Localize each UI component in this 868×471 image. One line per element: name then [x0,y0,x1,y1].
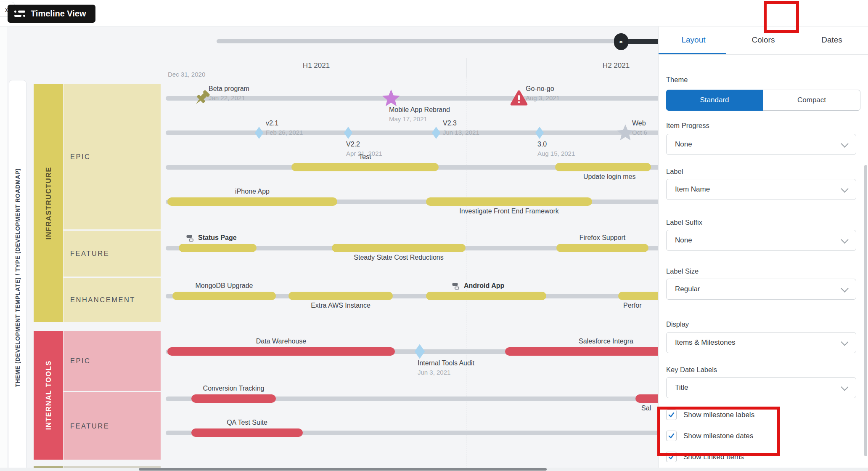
lane-label: EPIC [64,153,91,161]
timeline-bar-label: Data Warehouse [256,338,306,345]
milestone-star-gray-icon[interactable] [616,124,635,141]
grid-tick-start [168,56,168,112]
timeline-zoom-slider-track[interactable] [217,39,658,43]
section-band-label: INFRASTRUCTURE [45,167,53,239]
horizontal-scrollbar-thumb[interactable] [139,468,547,471]
collapsed-sidebar-gutter [0,26,7,471]
bar-label-text: Investigate Front End Framework [459,208,559,215]
label-suffix-select[interactable]: None [666,230,856,251]
timeline-bar-label: Salesforce Integra [579,338,633,345]
bar-label-text: Steady State Cost Reductions [354,254,443,261]
timeline-bar[interactable] [618,292,658,300]
timeline-bar[interactable] [505,347,658,356]
timeline-bar-label: Perfor [623,302,642,309]
timeline-bar[interactable] [167,347,395,356]
tab-layout[interactable]: Layout [659,25,728,54]
theme-label: Theme [666,76,688,84]
timeline-bar[interactable] [191,394,276,403]
annotation-box-milestone-checkboxes [657,407,780,456]
chevron-down-icon [841,285,848,292]
milestone-star-purple-icon[interactable] [381,89,401,107]
panel-scrollbar[interactable] [864,165,867,456]
timeline-bar[interactable] [426,197,592,206]
bar-label-text: iPhone App [235,188,270,195]
timeline-bar[interactable] [635,394,658,403]
milestone-diamond-icon[interactable] [343,126,353,139]
timeline-start-date: Dec 31, 2020 [168,71,205,78]
lane-block-enhancement: ENHANCEMENT [64,278,161,322]
timeline-bar-label: Status Page [186,234,237,242]
key-date-labels-select[interactable]: Title [666,377,856,398]
milestone-triangle-warning-icon[interactable] [510,90,528,106]
bar-label-text: Status Page [198,234,237,242]
label-size-select[interactable]: Regular [666,279,856,300]
timeline-bar[interactable] [291,163,439,171]
display-select[interactable]: Items & Milestones [666,332,856,353]
milestone-label: V2.2 [346,141,360,148]
lane-block-feature: FEATURE [64,392,161,460]
bar-label-text: Salesforce Integra [579,338,633,345]
bar-label-text: Android App [464,282,504,290]
item-progress-select[interactable]: None [666,134,856,155]
bar-label-text: Conversion Tracking [203,385,265,392]
timeline-bar[interactable] [556,244,648,252]
timeline-bar-label: Android App [452,282,504,290]
milestone-diamond-tall-icon[interactable] [414,342,426,361]
timeline-view-label: Timeline View [31,9,86,19]
pivot-header-card[interactable]: THEME (DEVELOPMENT TEMPLATE) / TYPE (DEV… [9,80,26,471]
milestone-pin-icon[interactable] [193,89,211,107]
timeline-bar[interactable] [167,197,337,206]
lane-block-epic: EPIC [64,84,161,229]
milestone-date: Aug 3, 2021 [526,94,560,101]
label-size-label: Label Size [666,267,699,275]
milestone-diamond-icon[interactable] [535,126,545,139]
milestone-date: Jun 13, 2021 [443,129,479,136]
label-select[interactable]: Item Name [666,179,856,200]
timeline-bar[interactable] [426,292,546,300]
lane-label: FEATURE [64,422,109,430]
period-h1-label: H1 2021 [168,61,465,70]
lane-label: FEATURE [64,250,109,258]
display-label: Display [666,320,689,328]
timeline-bar[interactable] [179,244,257,252]
timeline-view-icon [14,10,25,17]
grid-dash-h2 [466,77,466,468]
linked-item-icon [186,234,195,242]
timeline-bar[interactable] [332,244,466,252]
theme-option-standard[interactable]: Standard [666,90,763,111]
chevron-down-icon [841,185,848,192]
milestone-date: Aug 15, 2021 [537,150,575,157]
milestone-label: v2.1 [266,120,278,127]
theme-option-compact[interactable]: Compact [763,90,860,111]
milestone-diamond-icon[interactable] [254,126,264,139]
timeline-zoom-slider-handle[interactable]: ◂▸ [614,33,628,50]
timeline-bar-label: Update login mes [583,173,636,181]
milestone-date: Jun 3, 2021 [418,369,450,376]
chevron-down-icon [841,383,848,391]
top-toolbar [0,0,868,27]
timeline-bar[interactable] [555,163,651,171]
milestone-date: Feb 26, 2021 [266,129,303,136]
milestone-label: 3.0 [537,141,547,148]
pivot-rotated-label: THEME (DEVELOPMENT TEMPLATE) / TYPE (DEV… [14,168,21,387]
bar-label-text: Update login mes [583,173,636,180]
bar-label-text: Perfor [623,302,642,309]
bar-label-text: QA Test Suite [227,419,267,426]
bar-label-text: Sal [641,404,651,412]
annotation-box-layout-button [764,1,799,33]
tabs-divider [659,54,868,55]
lane-block-feature: FEATURE [64,231,161,277]
tab-dates[interactable]: Dates [798,25,865,54]
timeline-bar[interactable] [288,292,393,300]
milestone-diamond-icon[interactable] [431,126,441,139]
lane-label: ENHANCEMENT [64,296,135,304]
timeline-bar[interactable] [172,292,276,300]
timeline-bar-label: Steady State Cost Reductions [354,254,443,261]
section-band-infrastructure: INFRASTRUCTURE [34,84,63,322]
section-band-internal-tools: INTERNAL TOOLS [34,331,63,460]
timeline-bar[interactable] [191,428,303,437]
milestone-label: V2.3 [443,120,457,127]
timeline-view-button[interactable]: Timeline View [8,5,95,23]
milestone-label: Go-no-go [526,85,554,93]
section-band-label: INTERNAL TOOLS [45,360,53,430]
